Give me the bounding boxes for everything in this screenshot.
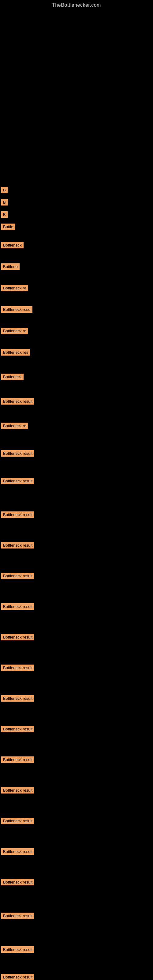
bottleneck-result-item: Bottleneck result (1, 848, 34, 857)
bottleneck-result-item: Bottleneck result (1, 913, 34, 921)
result-label: Bottleneck (1, 242, 24, 248)
result-label: B (1, 211, 8, 218)
bottleneck-result-item: Bottleneck result (1, 603, 34, 612)
result-label: Bottleneck result (1, 398, 34, 404)
result-label: B (1, 199, 8, 205)
result-label: Bottleneck result (1, 818, 34, 824)
result-label: Bottleneck result (1, 478, 34, 484)
bottleneck-result-item: Bottleneck (1, 242, 24, 250)
site-title: TheBottlenecker.com (0, 0, 153, 9)
result-label: Bottleneck re (1, 285, 28, 291)
bottleneck-result-item: Bottleneck res (1, 349, 30, 357)
bottleneck-result-item: Bottleneck result (1, 398, 34, 406)
bottleneck-result-item: Bottleneck result (1, 879, 34, 887)
result-label: Bottleneck result (1, 974, 34, 980)
result-label: Bottleneck result (1, 603, 34, 610)
bottleneck-result-item: Bottleneck result (1, 818, 34, 826)
bottleneck-result-item: Bottleneck result (1, 946, 34, 955)
result-label: Bottleneck resu (1, 306, 32, 313)
bottleneck-result-item: Bottleneck result (1, 974, 34, 980)
result-label: Bottleneck result (1, 695, 34, 702)
result-label: Bottleneck result (1, 879, 34, 885)
bottleneck-result-item: B (1, 199, 8, 207)
bottleneck-result-item: B (1, 211, 8, 220)
bottleneck-result-item: B (1, 187, 8, 195)
result-label: Bottleneck result (1, 665, 34, 671)
bottleneck-result-item: Bottleneck result (1, 478, 34, 486)
result-label: Bottleneck result (1, 573, 34, 579)
bottleneck-result-item: Bottleneck re (1, 328, 28, 336)
result-label: Bottleneck res (1, 349, 30, 356)
result-label: B (1, 187, 8, 193)
result-label: Bottleneck result (1, 787, 34, 794)
bottleneck-result-item: Bottleneck result (1, 665, 34, 673)
result-label: Bottleneck re (1, 328, 28, 334)
bottleneck-result-item: Bottleneck result (1, 695, 34, 703)
result-label: Bottleneck (1, 374, 24, 380)
bottleneck-result-item: Bottleneck (1, 374, 24, 382)
bottleneck-result-item: Bottleneck re (1, 423, 28, 431)
result-label: Bottleneck result (1, 450, 34, 457)
bottleneck-result-item: Bottleneck result (1, 450, 34, 458)
result-label: Bottle (1, 224, 15, 230)
result-label: Bottleneck result (1, 946, 34, 953)
bottleneck-result-item: Bottleneck result (1, 542, 34, 550)
result-label: Bottleneck re (1, 423, 28, 429)
result-label: Bottleneck result (1, 848, 34, 855)
result-label: Bottleneck result (1, 511, 34, 518)
bottleneck-result-item: Bottleneck result (1, 634, 34, 642)
result-label: Bottleneck result (1, 726, 34, 732)
bottleneck-result-item: Bottleneck result (1, 726, 34, 734)
bottleneck-result-item: Bottleneck resu (1, 306, 32, 315)
bottleneck-result-item: Bottleneck result (1, 511, 34, 520)
bottleneck-result-item: Bottleneck result (1, 756, 34, 765)
result-label: Bottlene (1, 263, 19, 270)
result-label: Bottleneck result (1, 634, 34, 640)
bottleneck-result-item: Bottleneck result (1, 573, 34, 581)
bottleneck-result-item: Bottleneck re (1, 285, 28, 293)
result-label: Bottleneck result (1, 756, 34, 763)
result-label: Bottleneck result (1, 542, 34, 549)
bottleneck-result-item: Bottlene (1, 263, 19, 272)
bottleneck-result-item: Bottle (1, 224, 15, 232)
result-label: Bottleneck result (1, 913, 34, 919)
bottleneck-result-item: Bottleneck result (1, 787, 34, 795)
